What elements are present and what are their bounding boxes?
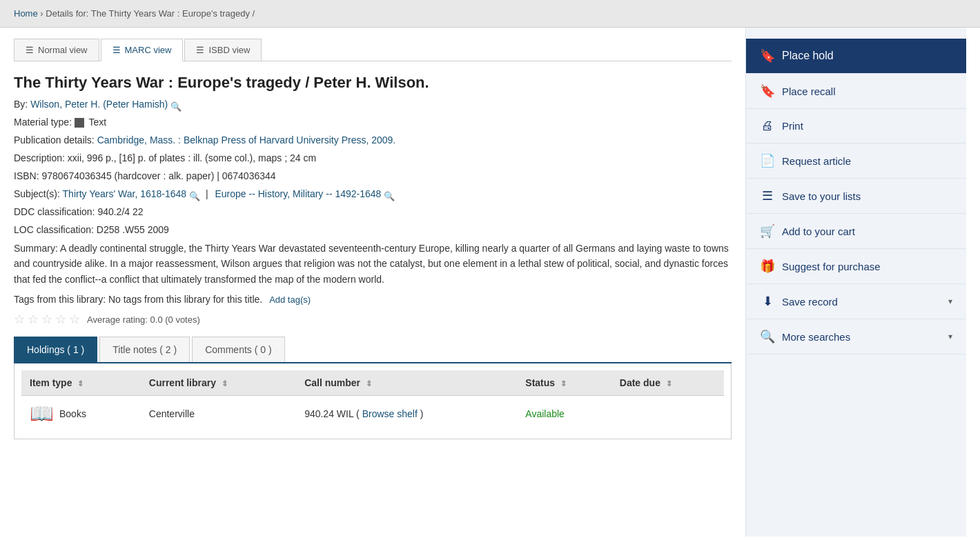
subject2-link[interactable]: Europe -- History, Military -- 1492-1648 — [215, 188, 381, 199]
save-record-label: Save record — [782, 296, 838, 308]
print-icon: 🖨 — [760, 119, 775, 133]
holdings-table: Item type ⇕ Current library ⇕ Call numbe… — [21, 370, 724, 432]
ddc-row: DDC classification: 940.2/4 22 — [14, 205, 732, 219]
place-recall-icon: 🔖 — [760, 83, 775, 99]
place-hold-button[interactable]: 🔖 Place hold — [746, 39, 966, 74]
suggest-purchase-label: Suggest for purchase — [782, 261, 881, 272]
table-header-row: Item type ⇕ Current library ⇕ Call numbe… — [21, 370, 724, 396]
sort-library: ⇕ — [222, 379, 228, 388]
author-search-icon[interactable]: 🔍 — [170, 100, 180, 110]
sort-item-type: ⇕ — [77, 379, 84, 388]
ddc-label: DDC classification: — [14, 206, 95, 217]
tab-holdings[interactable]: Holdings ( 1 ) — [14, 337, 97, 362]
summary-text: A deadly continental struggle, the Thirt… — [14, 243, 729, 285]
material-type-icon — [75, 118, 84, 128]
description-row: Description: xxii, 996 p., [16] p. of pl… — [14, 151, 732, 166]
call-number-cell: 940.24 WIL ( Browse shelf ) — [296, 396, 517, 432]
add-tag-link[interactable]: Add tag(s) — [269, 294, 311, 305]
col-current-library[interactable]: Current library ⇕ — [141, 370, 296, 396]
call-number-text: 940.24 WIL — [304, 408, 353, 419]
print-button[interactable]: 🖨 Print — [746, 109, 966, 143]
marc-view-icon: ☰ — [112, 45, 121, 55]
subjects-row: Subject(s): Thirty Years' War, 1618-1648… — [14, 187, 732, 201]
table-row: 📖 Books Centerville 940.24 WIL ( Browse … — [21, 396, 724, 432]
star-5[interactable]: ☆ — [69, 313, 81, 326]
tab-isbd-view[interactable]: ☰ ISBD view — [184, 39, 262, 61]
breadcrumb-current: Details for: The Thirty Years War : Euro… — [46, 8, 255, 19]
holdings-tabs: Holdings ( 1 ) Title notes ( 2 ) Comment… — [14, 337, 732, 363]
view-tabs: ☰ Normal view ☰ MARC view ☰ ISBD view — [14, 39, 732, 61]
isbd-view-icon: ☰ — [196, 45, 204, 55]
tags-text: No tags from this library for this title… — [108, 294, 262, 305]
status-cell: Available — [517, 396, 611, 432]
content-area: ☰ Normal view ☰ MARC view ☰ ISBD view Th… — [0, 28, 745, 537]
star-1[interactable]: ☆ — [14, 313, 26, 326]
subject1-link[interactable]: Thirty Years' War, 1618-1648 — [63, 188, 187, 199]
browse-shelf-link[interactable]: Browse shelf — [362, 408, 418, 419]
holdings-container: Item type ⇕ Current library ⇕ Call numbe… — [14, 363, 732, 439]
isbn-value: 9780674036345 (hardcover : alk. paper) |… — [41, 170, 275, 181]
add-to-cart-button[interactable]: 🛒 Add to your cart — [746, 214, 966, 249]
author-link[interactable]: Wilson, Peter H. (Peter Hamish) — [30, 99, 168, 110]
breadcrumb-separator: › — [40, 8, 43, 19]
save-to-lists-button[interactable]: ☰ Save to your lists — [746, 179, 966, 214]
normal-view-icon: ☰ — [26, 45, 34, 55]
save-record-button[interactable]: ⬇ Save record ▾ — [746, 284, 966, 319]
loc-row: LOC classification: D258 .W55 2009 — [14, 223, 732, 237]
book-title: The Thirty Years War : Europe's tragedy … — [14, 74, 732, 92]
summary-label: Summary: — [14, 243, 58, 254]
place-recall-button[interactable]: 🔖 Place recall — [746, 74, 966, 109]
breadcrumb-home[interactable]: Home — [14, 8, 38, 19]
sort-status: ⇕ — [560, 379, 567, 388]
isbn-row: ISBN: 9780674036345 (hardcover : alk. pa… — [14, 169, 732, 183]
status-value: Available — [525, 408, 565, 419]
book-icon: 📖 — [30, 404, 54, 423]
material-type-row: Material type: Text — [14, 115, 732, 130]
col-date-due[interactable]: Date due ⇕ — [611, 370, 724, 396]
star-2[interactable]: ☆ — [28, 313, 40, 326]
suggest-purchase-button[interactable]: 🎁 Suggest for purchase — [746, 249, 966, 284]
tags-row: Tags from this library: No tags from thi… — [14, 294, 732, 305]
more-searches-button[interactable]: 🔍 More searches ▾ — [746, 319, 966, 354]
main-layout: ☰ Normal view ☰ MARC view ☰ ISBD view Th… — [0, 28, 980, 537]
rating-text: Average rating: 0.0 (0 votes) — [87, 314, 200, 325]
item-type-cell: 📖 Books — [21, 396, 141, 432]
tab-normal-view[interactable]: ☰ Normal view — [14, 39, 99, 61]
tab-title-notes[interactable]: Title notes ( 2 ) — [99, 337, 190, 362]
col-status[interactable]: Status ⇕ — [517, 370, 611, 396]
material-type-value: Text — [89, 117, 107, 128]
add-to-cart-label: Add to your cart — [782, 226, 855, 237]
description-value: xxii, 996 p., [16] p. of plates : ill. (… — [68, 152, 316, 163]
more-searches-dropdown-arrow: ▾ — [948, 332, 952, 341]
tags-label: Tags from this library: — [14, 294, 106, 305]
save-to-lists-label: Save to your lists — [782, 190, 861, 202]
star-rating[interactable]: ☆ ☆ ☆ ☆ ☆ — [14, 313, 81, 326]
description-label: Description: — [14, 152, 65, 163]
suggest-purchase-icon: 🎁 — [760, 259, 775, 274]
summary-row: Summary: A deadly continental struggle, … — [14, 241, 732, 287]
sort-call-number: ⇕ — [366, 379, 372, 388]
save-record-dropdown-arrow: ▾ — [948, 297, 952, 306]
tab-marc-view[interactable]: ☰ MARC view — [101, 39, 184, 61]
rating-row: ☆ ☆ ☆ ☆ ☆ Average rating: 0.0 (0 votes) — [14, 313, 732, 326]
by-prefix: By: — [14, 99, 28, 110]
tab-comments[interactable]: Comments ( 0 ) — [192, 337, 284, 362]
subjects-label: Subject(s): — [14, 188, 60, 199]
request-article-button[interactable]: 📄 Request article — [746, 143, 966, 179]
publication-link[interactable]: Cambridge, Mass. : Belknap Press of Harv… — [97, 134, 396, 146]
more-searches-label: More searches — [782, 331, 850, 343]
breadcrumb: Home › Details for: The Thirty Years War… — [0, 0, 980, 28]
subject1-search-icon[interactable]: 🔍 — [189, 190, 199, 199]
sidebar: 🔖 Place hold 🔖 Place recall 🖨 Print 📄 Re… — [745, 28, 966, 537]
publication-row: Publication details: Cambridge, Mass. : … — [14, 133, 732, 148]
star-4[interactable]: ☆ — [55, 313, 68, 326]
subject-sep: | — [206, 188, 208, 199]
ddc-value: 940.2/4 22 — [97, 206, 143, 217]
print-label: Print — [782, 120, 803, 132]
request-article-label: Request article — [782, 155, 851, 167]
col-item-type[interactable]: Item type ⇕ — [21, 370, 141, 396]
col-call-number[interactable]: Call number ⇕ — [296, 370, 517, 396]
subject2-search-icon[interactable]: 🔍 — [384, 190, 393, 199]
star-3[interactable]: ☆ — [41, 313, 54, 326]
loc-value: D258 .W55 2009 — [97, 224, 169, 235]
